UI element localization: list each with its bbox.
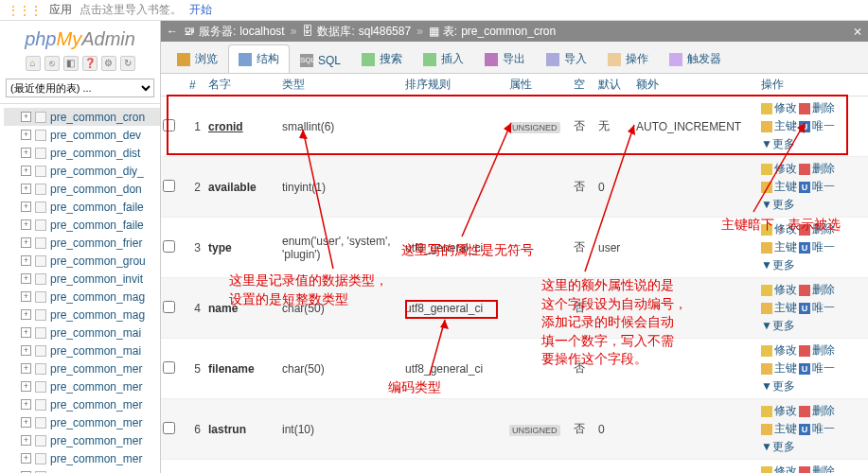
tab-browse[interactable]: 浏览 [167, 44, 228, 73]
tree-item[interactable]: +pre_common_frier [4, 234, 160, 252]
column-name[interactable]: lastrun [206, 423, 280, 436]
column-name[interactable]: filename [206, 362, 280, 376]
expand-icon[interactable]: + [21, 453, 31, 464]
crumb-table[interactable]: pre_common_cron [461, 25, 556, 38]
edit-link[interactable]: 修改 [761, 161, 797, 177]
expand-icon[interactable]: + [21, 381, 31, 392]
tree-item[interactable]: +pre_common_mer [4, 413, 160, 431]
tree-item[interactable]: +pre_common_mag [4, 306, 160, 324]
tab-triggers[interactable]: 触发器 [659, 44, 732, 73]
drop-link[interactable]: 删除 [799, 342, 835, 359]
collapse-icon[interactable]: ← [167, 25, 178, 38]
expand-icon[interactable]: + [21, 166, 31, 176]
home-icon[interactable]: ⌂ [26, 56, 41, 71]
unique-link[interactable]: U唯一 [799, 300, 835, 316]
col-name[interactable]: 名字 [206, 77, 280, 93]
tab-export[interactable]: 导出 [474, 44, 536, 73]
expand-icon[interactable]: + [21, 148, 31, 158]
expand-icon[interactable]: + [21, 291, 31, 302]
expand-icon[interactable]: + [21, 309, 31, 320]
col-type[interactable]: 类型 [280, 77, 403, 93]
unique-link[interactable]: U唯一 [799, 360, 835, 377]
docs-icon[interactable]: ❓ [82, 56, 97, 71]
unique-link[interactable]: U唯一 [799, 179, 835, 195]
expand-icon[interactable]: + [21, 130, 31, 140]
expand-icon[interactable]: + [21, 417, 31, 428]
start-link[interactable]: 开始 [189, 2, 212, 18]
expand-icon[interactable]: + [21, 363, 31, 374]
tab-import[interactable]: 导入 [536, 44, 597, 73]
import-bookmarks-link[interactable]: 点击这里导入书签。 [80, 2, 182, 18]
more-link[interactable]: ▼更多 [761, 439, 795, 455]
drop-link[interactable]: 删除 [799, 161, 835, 177]
row-checkbox[interactable] [163, 119, 175, 131]
primary-link[interactable]: 主键 [761, 179, 797, 195]
primary-link[interactable]: 主键 [761, 118, 797, 134]
expand-icon[interactable]: + [21, 184, 31, 194]
tree-item[interactable]: +pre_common_invit [4, 270, 160, 288]
close-icon[interactable]: ⨯ [853, 25, 862, 38]
column-name[interactable]: available [206, 181, 280, 194]
more-link[interactable]: ▼更多 [761, 378, 795, 394]
tree-item[interactable]: +pre_common_diy_ [4, 162, 160, 180]
tree-item[interactable]: +pre_common_mer [4, 359, 160, 377]
expand-icon[interactable]: + [21, 273, 31, 284]
tree-item[interactable]: +pre_common_mer [4, 395, 160, 413]
edit-link[interactable]: 修改 [761, 464, 797, 473]
edit-link[interactable]: 修改 [761, 100, 797, 116]
sql-icon[interactable]: ◧ [63, 56, 79, 71]
drop-link[interactable]: 删除 [799, 282, 835, 298]
tree-item[interactable]: +pre_common_mer [4, 449, 160, 467]
expand-icon[interactable]: + [21, 201, 31, 212]
tree-item[interactable]: +pre_common_mai [4, 342, 160, 359]
col-null[interactable]: 空 [572, 77, 596, 93]
recent-tables-select[interactable]: (最近使用的表) ... [6, 79, 154, 97]
drop-link[interactable]: 删除 [799, 464, 835, 473]
row-checkbox[interactable] [163, 240, 175, 253]
primary-link[interactable]: 主键 [761, 300, 797, 316]
primary-link[interactable]: 主键 [761, 239, 797, 255]
apps-label[interactable]: 应用 [49, 2, 72, 18]
expand-icon[interactable]: + [21, 219, 31, 230]
unique-link[interactable]: U唯一 [799, 239, 835, 255]
tree-item[interactable]: +pre_common_faile [4, 216, 160, 234]
row-checkbox[interactable] [163, 361, 175, 374]
expand-icon[interactable]: + [21, 399, 31, 410]
expand-icon[interactable]: + [21, 327, 31, 338]
more-link[interactable]: ▼更多 [761, 136, 795, 152]
column-name[interactable]: name [206, 302, 280, 315]
tree-item[interactable]: +pre_common_mer [4, 467, 160, 473]
edit-link[interactable]: 修改 [761, 342, 797, 359]
tree-item[interactable]: +pre_common_dist [4, 144, 160, 162]
tab-structure[interactable]: 结构 [228, 44, 290, 73]
tab-operations[interactable]: 操作 [597, 44, 659, 73]
tree-item[interactable]: +pre_common_mai [4, 324, 160, 342]
col-num[interactable]: # [187, 79, 206, 92]
reload-icon[interactable]: ↻ [120, 56, 135, 71]
unique-link[interactable]: U唯一 [799, 421, 835, 437]
expand-icon[interactable]: + [21, 435, 31, 446]
logout-icon[interactable]: ⎋ [44, 56, 60, 71]
more-link[interactable]: ▼更多 [761, 197, 795, 213]
column-name[interactable]: cronid [206, 120, 280, 133]
tree-item[interactable]: +pre_common_grou [4, 252, 160, 270]
crumb-db[interactable]: sql486587 [359, 25, 411, 38]
tree-item[interactable]: +pre_common_mag [4, 288, 160, 306]
edit-link[interactable]: 修改 [761, 403, 797, 419]
col-default[interactable]: 默认 [596, 77, 634, 93]
primary-link[interactable]: 主键 [761, 421, 797, 437]
col-collation[interactable]: 排序规则 [403, 77, 507, 93]
edit-link[interactable]: 修改 [761, 221, 797, 237]
tree-item[interactable]: +pre_common_dev [4, 126, 160, 144]
more-link[interactable]: ▼更多 [761, 257, 795, 273]
expand-icon[interactable]: + [21, 255, 31, 266]
edit-link[interactable]: 修改 [761, 282, 797, 298]
tree-item[interactable]: +pre_common_faile [4, 198, 160, 216]
row-checkbox[interactable] [163, 422, 175, 434]
tab-insert[interactable]: 插入 [413, 44, 474, 73]
column-name[interactable]: type [206, 241, 280, 254]
expand-icon[interactable]: + [21, 237, 31, 248]
tree-item[interactable]: +pre_common_cron [4, 108, 160, 126]
drop-link[interactable]: 删除 [799, 100, 835, 116]
settings-icon[interactable]: ⚙ [101, 56, 116, 71]
